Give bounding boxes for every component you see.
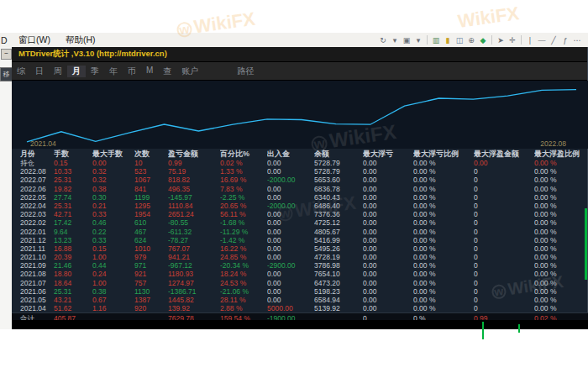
clipped-menu-item[interactable]: D [1, 35, 11, 45]
table-cell: 10.33 [54, 167, 92, 176]
column-header[interactable]: 余额 [314, 149, 363, 159]
profile-icon[interactable]: ▣ [401, 34, 412, 46]
vertical-line-icon[interactable]: | [524, 34, 536, 46]
fibonacci-icon[interactable]: ƒ [559, 34, 571, 46]
toolbar: ↻▾▣▾▥▮◫⊕◆➤✛|—╱ƒ⋯ [377, 34, 588, 46]
menu-window[interactable]: 窗口(W) [11, 34, 58, 46]
tab-月[interactable]: 月 [67, 66, 86, 77]
table-cell: 18.80 [54, 270, 92, 278]
column-header[interactable]: 最大浮盈金额 [474, 149, 534, 159]
table-cell: 0.00 [267, 296, 314, 304]
table-row[interactable]: 2021.1116.880.151010767.0716.22 %0.00549… [12, 244, 588, 253]
table-row[interactable]: 2021.0921.460.44971-967.12-20.34 %-2900.… [12, 261, 588, 270]
sidebar-grid-icon[interactable]: 移 [0, 67, 13, 81]
candlestick-icon[interactable]: ▮ [442, 34, 454, 46]
table-cell: 0.00 % [413, 287, 474, 296]
table-row[interactable]: 2022.0527.740.301199-145.97-2.25 %0.0063… [12, 193, 588, 202]
tab-M[interactable]: M [141, 66, 158, 77]
chart-end-label: 2022.08 [540, 139, 566, 148]
table-cell: 9.64 [54, 228, 92, 236]
period-tabs: 综日周月季年币M查账户 路径 [12, 62, 587, 81]
table-cell: 16.88 [54, 244, 92, 253]
table-row[interactable]: 2022.0619.820.38841496.357.83 %0.006836.… [12, 185, 588, 193]
restore-window-button[interactable]: − [1, 49, 12, 60]
column-header[interactable]: 次数 [134, 149, 168, 159]
table-row[interactable]: 2021.0451.621.16920139.922.88 %5000.0051… [12, 304, 588, 312]
table-cell: 1.00 [92, 253, 134, 261]
table-cell: 0.00 [363, 287, 413, 296]
table-row[interactable]: 2022.0342.710.3319542651.2456.11 %0.0073… [12, 210, 588, 218]
table-cell: 767.07 [168, 244, 220, 253]
table-cell: 24.85 % [220, 253, 267, 261]
table-row[interactable]: 2022.0425.310.2112951110.8420.65 %-2000.… [12, 202, 588, 210]
column-header[interactable]: 最大浮亏比例 [413, 149, 474, 159]
table-cell: 2021.04 [12, 304, 54, 312]
table-cell: 0.02 % [220, 159, 267, 167]
column-header[interactable]: 月份 [12, 149, 54, 159]
crosshair-icon[interactable]: ✛ [507, 34, 518, 46]
column-header[interactable]: 百分比% [220, 149, 267, 159]
tab-综[interactable]: 综 [12, 66, 30, 77]
auto-trading-icon[interactable]: ◆ [477, 34, 489, 46]
table-row[interactable]: 2021.0625.310.381130-1386.71-21.06 %0.00… [12, 287, 588, 296]
table-row[interactable]: 2022.0217.420.46610-80.55-1.68 %0.004725… [12, 218, 588, 227]
table-cell: 0.00 [267, 167, 314, 176]
table-cell: 0.00 [363, 210, 413, 218]
bar-chart-icon[interactable]: ▥ [430, 34, 442, 46]
table-row[interactable]: 2021.1213.230.33624-78.27-1.42 %0.005416… [12, 236, 588, 244]
window-title-bar[interactable]: MTDriver统计 ,V3.10 (http://mtdriver.cn) [12, 47, 587, 62]
table-cell: 0.38 [92, 185, 134, 193]
column-header[interactable]: 盈亏金额 [168, 149, 220, 159]
table-cell: 2022.02 [12, 218, 54, 227]
cursor-icon[interactable]: ➤ [495, 34, 507, 46]
table-cell: 0 [474, 236, 534, 244]
table-cell: 6486.40 [314, 202, 363, 210]
tab-周[interactable]: 周 [49, 66, 67, 77]
table-row[interactable]: 2021.0718.641.007571274.9724.53 %0.00647… [12, 279, 588, 287]
column-header[interactable]: 最大浮亏 [363, 149, 413, 159]
refresh-icon[interactable]: ↻ [377, 34, 389, 46]
table-row[interactable]: 2022.019.640.22467-611.32-11.29 %0.00480… [12, 228, 588, 236]
more-tools-icon[interactable]: ⋯ [571, 34, 583, 46]
dropdown-caret-icon[interactable]: ▾ [389, 34, 401, 46]
tab-币[interactable]: 币 [123, 66, 141, 77]
table-cell: 0 [474, 261, 534, 270]
menu-help[interactable]: 帮助(H) [58, 34, 103, 46]
table-row[interactable]: 2022.0725.310.321067818.8216.69 %-2000.0… [12, 176, 588, 184]
trendline-icon[interactable]: ╱ [548, 34, 559, 46]
table-cell: 0.00 % [534, 185, 588, 193]
tab-账户[interactable]: 账户 [176, 66, 203, 77]
table-row[interactable]: 2021.0543.210.6713871445.8228.11 %0.0065… [12, 296, 588, 304]
table-row[interactable]: 2021.1020.391.00979941.2124.85 %0.004728… [12, 253, 588, 261]
table-cell: 0.00 [363, 176, 413, 184]
tab-日[interactable]: 日 [30, 66, 49, 77]
tab-查[interactable]: 查 [158, 66, 176, 77]
table-cell: 467 [134, 228, 168, 236]
table-cell: 0 [474, 270, 534, 278]
table-row[interactable]: 2021.0818.800.249211180.9318.24 %0.00765… [12, 270, 588, 278]
column-header[interactable]: 手数 [54, 149, 92, 159]
table-cell: 1010 [134, 244, 168, 253]
window-bottom-bar [12, 320, 588, 329]
column-header[interactable]: 最大浮盈比例 [534, 149, 588, 159]
table-row[interactable]: 2022.0810.330.3252375.191.33 %0.005728.7… [12, 167, 588, 176]
table-cell: 1954 [134, 210, 168, 218]
zoom-in-icon[interactable]: ⊕ [465, 34, 477, 46]
table-cell: 0 [474, 304, 534, 312]
table-cell: 971 [134, 261, 168, 270]
table-cell: 0.00 [267, 185, 314, 193]
dropdown-caret-icon[interactable]: ▾ [412, 34, 424, 46]
tab-季[interactable]: 季 [86, 66, 104, 77]
table-cell: 0.00 % [534, 287, 588, 296]
horizontal-line-icon[interactable]: — [536, 34, 548, 46]
table-cell: 0.15 [92, 244, 134, 253]
line-chart-icon[interactable]: ◫ [454, 34, 465, 46]
table-cell: 20.65 % [220, 202, 267, 210]
column-header[interactable]: 出入金 [267, 149, 314, 159]
tab-年[interactable]: 年 [104, 66, 123, 77]
table-cell: 0.00 [363, 193, 413, 202]
tab-path[interactable]: 路径 [237, 66, 254, 77]
table-row[interactable]: 持仓0.150.00100.990.02 %0.005728.790.000.0… [12, 159, 588, 167]
column-header[interactable]: 最大手数 [92, 149, 134, 159]
table-cell: 0.00 [363, 296, 413, 304]
